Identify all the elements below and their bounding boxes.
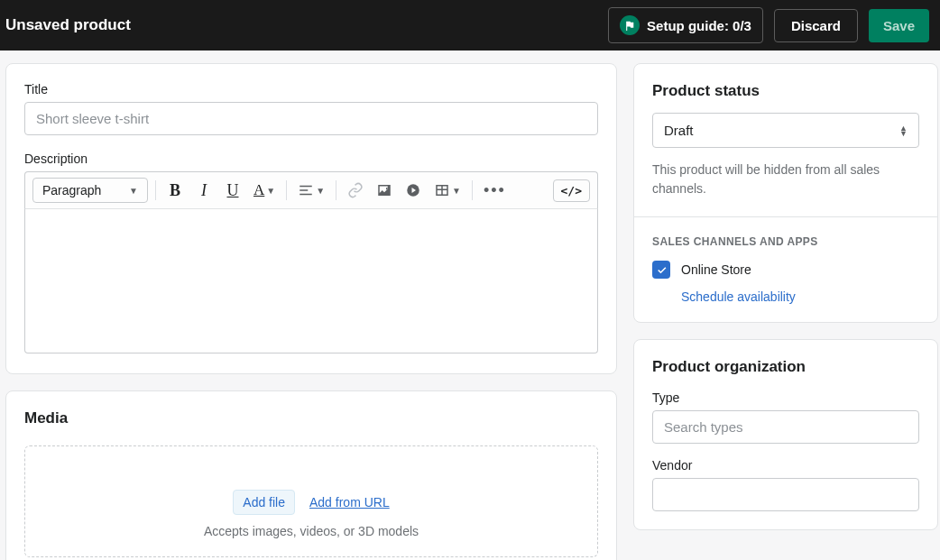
check-icon (656, 264, 668, 276)
title-label: Title (24, 82, 598, 96)
product-status-value: Draft (664, 123, 694, 138)
link-button[interactable] (344, 178, 367, 203)
media-card: Media Add file Add from URL Accepts imag… (5, 390, 617, 560)
play-icon (405, 182, 421, 198)
underline-icon: U (227, 181, 239, 200)
italic-icon: I (201, 181, 207, 200)
rte-toolbar: Paragraph ▼ B I U A ▼ ▼ (24, 171, 598, 209)
align-button[interactable]: ▼ (294, 178, 328, 203)
description-editor[interactable] (24, 209, 598, 353)
discard-button[interactable]: Discard (774, 9, 858, 42)
separator (286, 180, 287, 200)
schedule-availability-link[interactable]: Schedule availability (681, 289, 919, 304)
code-view-button[interactable]: </> (553, 179, 590, 202)
title-description-card: Title Description Paragraph ▼ B I U A ▼ (5, 63, 617, 374)
ellipsis-icon: ••• (484, 181, 506, 200)
paragraph-style-dropdown[interactable]: Paragraph ▼ (32, 178, 148, 203)
add-file-button[interactable]: Add file (233, 490, 295, 515)
setup-guide-button[interactable]: Setup guide: 0/3 (608, 7, 763, 43)
product-status-card: Product status Draft ▲▼ This product wil… (633, 63, 938, 323)
select-arrows-icon: ▲▼ (899, 125, 908, 136)
paragraph-label: Paragraph (42, 183, 101, 197)
setup-guide-label: Setup guide: 0/3 (647, 18, 751, 33)
text-color-icon: A (253, 181, 264, 199)
title-input[interactable] (24, 102, 598, 135)
product-status-select[interactable]: Draft ▲▼ (652, 113, 919, 148)
vendor-input[interactable] (652, 478, 919, 511)
chevron-down-icon: ▼ (129, 186, 138, 196)
link-icon (347, 182, 364, 198)
bold-icon: B (170, 181, 180, 200)
separator (155, 180, 156, 200)
add-from-url-link[interactable]: Add from URL (309, 495, 390, 510)
save-button[interactable]: Save (869, 9, 929, 42)
underline-button[interactable]: U (221, 178, 244, 203)
more-button[interactable]: ••• (480, 178, 510, 203)
type-input[interactable] (652, 410, 919, 444)
media-dropzone[interactable]: Add file Add from URL Accepts images, vi… (24, 445, 598, 557)
chevron-down-icon: ▼ (452, 186, 461, 196)
online-store-label: Online Store (681, 262, 751, 277)
divider (634, 216, 937, 217)
page-title: Unsaved product (5, 16, 131, 34)
product-organization-heading: Product organization (652, 358, 919, 376)
product-status-heading: Product status (652, 82, 919, 100)
topbar: Unsaved product Setup guide: 0/3 Discard… (0, 0, 940, 50)
channel-online-store-row: Online Store (652, 261, 919, 279)
vendor-label: Vendor (652, 458, 919, 473)
align-icon (298, 182, 314, 198)
separator (336, 180, 336, 200)
description-label: Description (24, 151, 598, 166)
side-column: Product status Draft ▲▼ This product wil… (633, 63, 938, 560)
flag-icon (620, 15, 640, 35)
media-actions: Add file Add from URL (233, 490, 389, 515)
table-icon (434, 182, 450, 198)
separator (472, 180, 473, 200)
page-body: Title Description Paragraph ▼ B I U A ▼ (0, 50, 940, 560)
channels-heading: SALES CHANNELS AND APPS (652, 235, 919, 248)
product-organization-card: Product organization Type Vendor (633, 339, 938, 530)
video-button[interactable] (401, 178, 425, 203)
description-wrap: Description Paragraph ▼ B I U A ▼ (24, 151, 598, 353)
online-store-checkbox[interactable] (652, 261, 670, 279)
chevron-down-icon: ▼ (316, 186, 325, 196)
bold-button[interactable]: B (163, 178, 187, 203)
table-button[interactable]: ▼ (430, 178, 465, 203)
italic-button[interactable]: I (192, 178, 216, 203)
text-color-button[interactable]: A ▼ (250, 178, 279, 203)
type-label: Type (652, 390, 919, 405)
media-heading: Media (24, 409, 598, 427)
main-column: Title Description Paragraph ▼ B I U A ▼ (5, 63, 617, 560)
image-icon (376, 182, 392, 198)
product-status-hint: This product will be hidden from all sal… (652, 161, 919, 198)
media-hint: Accepts images, videos, or 3D models (36, 524, 586, 538)
chevron-down-icon: ▼ (266, 186, 275, 196)
image-button[interactable] (373, 178, 396, 203)
